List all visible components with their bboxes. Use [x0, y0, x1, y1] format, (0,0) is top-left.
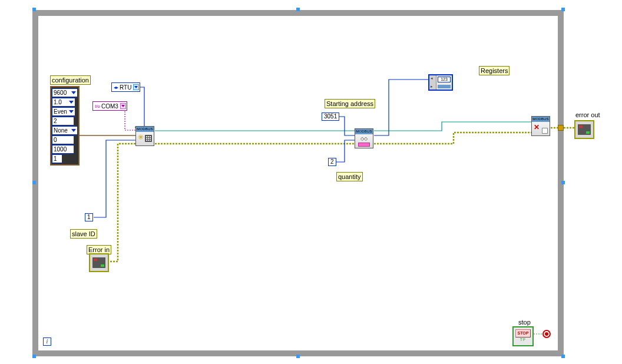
resize-handle[interactable] [296, 8, 300, 11]
error-cluster-icon [92, 257, 105, 268]
config-retry[interactable]: 1 [52, 154, 62, 163]
modbus-init-title: MODBUS [136, 127, 154, 132]
stop-label: stop [517, 318, 532, 326]
configuration-label: configuration [50, 75, 91, 85]
config-timeout-a[interactable]: 0 [52, 135, 74, 144]
stop-button-control[interactable]: STOP TF [512, 326, 534, 346]
wires-layer [0, 0, 622, 364]
config-parity[interactable]: Even [52, 107, 75, 116]
registers-indicator: 123 [428, 74, 453, 91]
array-element: 123 [438, 77, 451, 82]
modbus-close-title: MODBUS [532, 117, 550, 122]
error-out-label: error out [574, 111, 601, 119]
error-cluster-icon [578, 124, 591, 135]
labview-block-diagram: configuration slave ID Error in Starting… [0, 0, 622, 364]
resize-handle[interactable] [32, 355, 36, 358]
visa-resource-constant[interactable]: I/o COM3 [92, 101, 127, 111]
iteration-terminal: i [43, 337, 51, 346]
loop-condition-terminal[interactable] [542, 330, 551, 338]
mode-value: RTU [120, 84, 131, 91]
loop-tunnel [558, 125, 564, 131]
mode-constant[interactable]: ◂▸ RTU [111, 82, 140, 92]
resize-handle[interactable] [561, 181, 565, 184]
config-timeout-b[interactable]: 1000 [52, 145, 74, 154]
configuration-cluster[interactable]: 9600 1.0 Even 2 None 0 1000 1 [50, 86, 80, 166]
modbus-init-node[interactable]: MODBUS [135, 126, 154, 146]
config-data-bits[interactable]: 2 [52, 117, 74, 125]
stop-button-face: STOP [515, 329, 531, 337]
slave-id-label: slave ID [70, 229, 97, 239]
quantity-label: quantity [336, 172, 363, 181]
config-baud[interactable]: 9600 [52, 88, 78, 97]
resize-handle[interactable] [32, 8, 36, 11]
resize-handle[interactable] [296, 355, 300, 358]
config-flow[interactable]: None [52, 126, 78, 135]
error-in-control[interactable] [89, 253, 109, 272]
resize-handle[interactable] [561, 355, 565, 358]
quantity-constant[interactable]: 2 [328, 158, 336, 166]
config-stop-bits[interactable]: 1.0 [52, 98, 75, 107]
resize-handle[interactable] [561, 8, 565, 11]
visa-resource-value: COM3 [101, 103, 118, 110]
modbus-read-node[interactable]: MODBUS ◇◇ [355, 128, 373, 148]
resize-handle[interactable] [32, 181, 36, 184]
starting-address-label: Starting address [325, 99, 375, 108]
modbus-read-title: MODBUS [355, 129, 373, 134]
slave-id-constant[interactable]: 1 [85, 213, 93, 221]
modbus-close-node[interactable]: MODBUS [531, 116, 550, 136]
error-out-indicator [574, 120, 594, 139]
registers-label: Registers [479, 66, 509, 75]
starting-address-constant[interactable]: 3051 [322, 112, 339, 121]
stop-tf-label: TF [514, 337, 532, 342]
